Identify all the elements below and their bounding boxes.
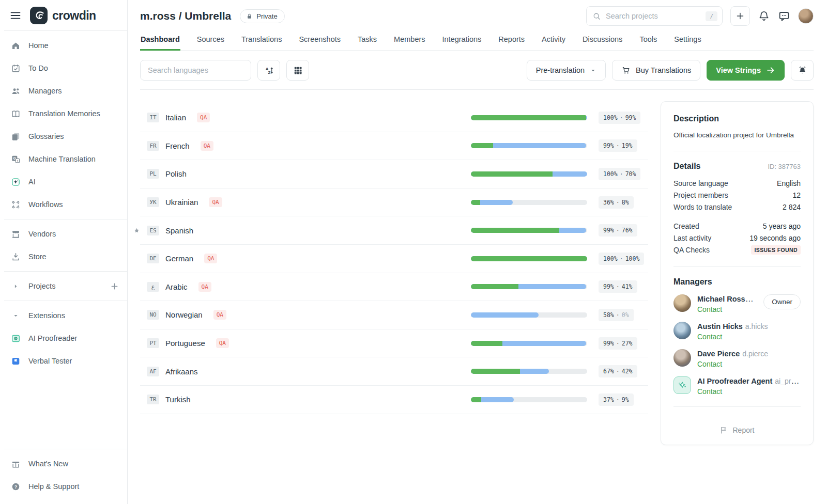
sidebar-item-glossaries[interactable]: Glossaries bbox=[0, 125, 127, 148]
manager-name[interactable]: Michael Ross bbox=[697, 294, 754, 303]
privacy-label: Private bbox=[256, 12, 277, 20]
search-projects-input[interactable] bbox=[606, 12, 701, 20]
translated-percent: 100% bbox=[603, 114, 618, 121]
approved-percent: 8% bbox=[622, 199, 629, 206]
alerts-button[interactable] bbox=[791, 60, 814, 81]
crowdin-logo[interactable]: crowdin bbox=[30, 7, 96, 24]
breadcrumb[interactable]: m.ross / Umbrella bbox=[140, 10, 231, 22]
avatar[interactable] bbox=[673, 294, 691, 312]
global-search[interactable]: / bbox=[586, 6, 723, 26]
manager-name[interactable]: Austin Hicks bbox=[697, 322, 743, 330]
avatar[interactable] bbox=[673, 376, 691, 394]
view-strings-button[interactable]: View Strings bbox=[707, 60, 785, 81]
language-row-italian[interactable]: IT Italian QA 100%·99% bbox=[140, 104, 648, 132]
buy-translations-button[interactable]: Buy Translations bbox=[612, 60, 700, 81]
language-code-badge: IT bbox=[147, 113, 159, 122]
approved-progress-segment bbox=[471, 397, 481, 402]
sidebar-item-ai-proofreader[interactable]: AI Proofreader bbox=[0, 327, 127, 350]
hamburger-menu-icon[interactable] bbox=[9, 9, 22, 22]
language-row-turkish[interactable]: TR Turkish QA 37%·9% bbox=[140, 386, 648, 414]
tab-dashboard[interactable]: Dashboard bbox=[140, 29, 180, 51]
tab-members[interactable]: Members bbox=[393, 29, 425, 51]
sidebar-extension-items: AI Proofreader Verbal Tester bbox=[0, 327, 127, 372]
divider bbox=[673, 406, 801, 407]
qa-issues-badge[interactable]: QA bbox=[213, 310, 226, 320]
progress-bar bbox=[471, 171, 587, 177]
manager-name[interactable]: AI Proofreader Agent bbox=[697, 377, 772, 385]
grid-icon bbox=[293, 66, 303, 75]
sidebar-item-home[interactable]: Home bbox=[0, 34, 127, 57]
detail-row: Project members 12 bbox=[673, 190, 801, 201]
sidebar-item-what-s-new[interactable]: What's New bbox=[0, 452, 127, 475]
avatar[interactable] bbox=[673, 322, 691, 339]
tab-tasks[interactable]: Tasks bbox=[357, 29, 377, 51]
tab-tools[interactable]: Tools bbox=[639, 29, 657, 51]
grid-view-button[interactable] bbox=[286, 60, 309, 81]
language-row-polish[interactable]: PL Polish QA 100%·70% bbox=[140, 160, 648, 188]
sidebar-item-machine-translation[interactable]: Machine Translation bbox=[0, 148, 127, 170]
tab-settings[interactable]: Settings bbox=[673, 29, 701, 51]
language-row-arabic[interactable]: ع Arabic QA 99%·41% bbox=[140, 273, 648, 302]
avatar[interactable] bbox=[673, 349, 691, 367]
sidebar-item-verbal-tester[interactable]: Verbal Tester bbox=[0, 350, 127, 372]
language-row-german[interactable]: DE German QA 100%·100% bbox=[140, 245, 648, 273]
divider bbox=[673, 266, 801, 267]
pre-translation-button[interactable]: Pre-translation bbox=[527, 60, 606, 81]
tab-sources[interactable]: Sources bbox=[196, 29, 225, 51]
contact-link[interactable]: Contact bbox=[697, 387, 722, 396]
add-project-icon[interactable] bbox=[110, 282, 119, 291]
user-avatar[interactable] bbox=[798, 8, 814, 24]
report-link[interactable]: Report bbox=[673, 417, 801, 434]
sidebar-item-label: Extensions bbox=[28, 311, 65, 320]
qa-issues-badge[interactable]: QA bbox=[197, 113, 210, 122]
sidebar-item-extensions[interactable]: Extensions bbox=[0, 304, 127, 327]
messages-icon[interactable] bbox=[778, 10, 790, 22]
tab-activity[interactable]: Activity bbox=[541, 29, 566, 51]
privacy-badge[interactable]: Private bbox=[240, 9, 284, 23]
tab-screenshots[interactable]: Screenshots bbox=[298, 29, 341, 51]
sidebar-item-vendors[interactable]: Vendors bbox=[0, 223, 127, 245]
sidebar-item-store[interactable]: Store bbox=[0, 245, 127, 268]
sidebar-item-label: Glossaries bbox=[28, 132, 64, 140]
sort-alphabetical-button[interactable] bbox=[257, 60, 280, 81]
translated-percent: 37% bbox=[603, 396, 614, 403]
search-languages-input[interactable] bbox=[140, 60, 251, 81]
approved-percent: 70% bbox=[625, 170, 636, 178]
contact-link[interactable]: Contact bbox=[697, 333, 722, 341]
qa-issues-badge[interactable]: QA bbox=[198, 282, 211, 292]
sidebar-item-projects[interactable]: Projects bbox=[0, 275, 127, 297]
contact-link[interactable]: Contact bbox=[697, 360, 722, 368]
qa-issues-badge[interactable]: QA bbox=[201, 141, 213, 151]
language-row-spanish[interactable]: ES Spanish QA 99%·76% bbox=[140, 216, 648, 245]
sidebar-item-to-do[interactable]: To Do bbox=[0, 57, 127, 80]
manager-name[interactable]: Dave Pierce bbox=[697, 350, 740, 358]
language-row-french[interactable]: FR French QA 99%·19% bbox=[140, 132, 648, 161]
language-row-afrikaans[interactable]: AF Afrikaans QA 67%·42% bbox=[140, 357, 648, 386]
create-project-button[interactable] bbox=[730, 6, 750, 26]
tab-integrations[interactable]: Integrations bbox=[442, 29, 482, 51]
detail-label: QA Checks bbox=[673, 246, 710, 254]
tab-reports[interactable]: Reports bbox=[498, 29, 525, 51]
language-row-portuguese[interactable]: PT Portuguese QA 99%·27% bbox=[140, 329, 648, 358]
sidebar-item-workflows[interactable]: Workflows bbox=[0, 193, 127, 216]
qa-issues-badge[interactable]: QA bbox=[216, 338, 229, 348]
sidebar-item-help-support[interactable]: Help & Support bbox=[0, 475, 127, 498]
approved-percent: 41% bbox=[622, 283, 633, 290]
language-row-norwegian[interactable]: NO Norwegian QA 58%·0% bbox=[140, 301, 648, 329]
sidebar-item-label: Verbal Tester bbox=[28, 357, 72, 365]
tab-translations[interactable]: Translations bbox=[241, 29, 282, 51]
favorite-star-icon[interactable] bbox=[133, 227, 140, 234]
sidebar-item-translation-memories[interactable]: Translation Memories bbox=[0, 102, 127, 125]
sidebar-item-managers[interactable]: Managers bbox=[0, 80, 127, 102]
sidebar-item-ai[interactable]: AI bbox=[0, 170, 127, 193]
qa-issues-badge[interactable]: QA bbox=[204, 254, 217, 263]
brand-name: crowdin bbox=[52, 9, 96, 23]
contact-link[interactable]: Contact bbox=[697, 305, 722, 313]
qa-issues-badge[interactable]: QA bbox=[209, 197, 222, 207]
tab-discussions[interactable]: Discussions bbox=[582, 29, 623, 51]
help-icon bbox=[11, 482, 21, 492]
notifications-bell-icon[interactable] bbox=[758, 10, 770, 22]
progress-bar bbox=[471, 341, 587, 346]
language-row-ukrainian[interactable]: УК Ukrainian QA 36%·8% bbox=[140, 188, 648, 217]
plus-icon bbox=[736, 11, 745, 21]
